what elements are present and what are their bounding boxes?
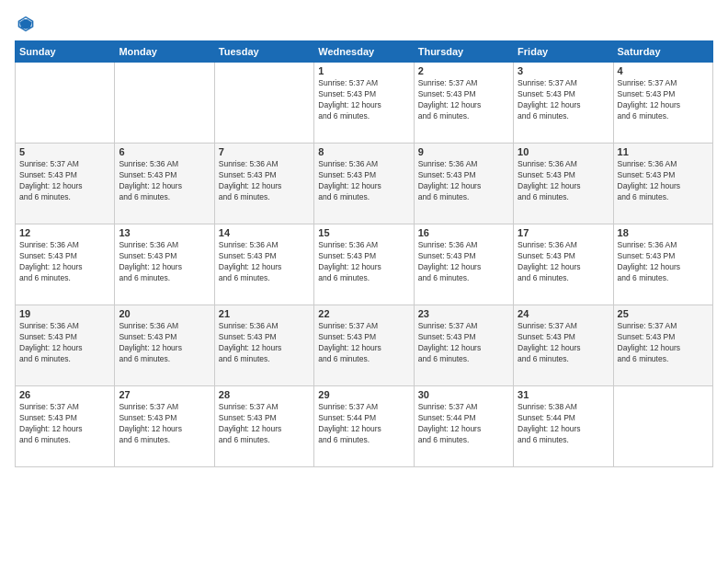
- calendar-cell: 20Sunrise: 5:36 AM Sunset: 5:43 PM Dayli…: [115, 305, 214, 386]
- weekday-thursday: Thursday: [414, 41, 513, 63]
- cell-content: Sunrise: 5:37 AM Sunset: 5:43 PM Dayligh…: [518, 78, 609, 122]
- day-number: 2: [418, 65, 509, 76]
- calendar-cell: [16, 63, 115, 144]
- day-number: 20: [119, 308, 210, 319]
- calendar-week-4: 19Sunrise: 5:36 AM Sunset: 5:43 PM Dayli…: [16, 305, 713, 386]
- cell-content: Sunrise: 5:37 AM Sunset: 5:44 PM Dayligh…: [318, 402, 409, 446]
- day-number: 19: [19, 308, 110, 319]
- day-number: 23: [418, 308, 509, 319]
- calendar-cell: 12Sunrise: 5:36 AM Sunset: 5:43 PM Dayli…: [16, 224, 115, 305]
- cell-content: Sunrise: 5:36 AM Sunset: 5:43 PM Dayligh…: [219, 321, 310, 365]
- weekday-monday: Monday: [115, 41, 214, 63]
- cell-content: Sunrise: 5:36 AM Sunset: 5:43 PM Dayligh…: [318, 240, 409, 284]
- calendar-cell: 24Sunrise: 5:37 AM Sunset: 5:43 PM Dayli…: [514, 305, 613, 386]
- cell-content: Sunrise: 5:36 AM Sunset: 5:43 PM Dayligh…: [418, 240, 509, 284]
- cell-content: Sunrise: 5:37 AM Sunset: 5:43 PM Dayligh…: [618, 78, 709, 122]
- day-number: 25: [618, 308, 709, 319]
- calendar-cell: 28Sunrise: 5:37 AM Sunset: 5:43 PM Dayli…: [214, 386, 313, 467]
- calendar-cell: 18Sunrise: 5:36 AM Sunset: 5:43 PM Dayli…: [613, 224, 712, 305]
- day-number: 15: [318, 227, 409, 238]
- day-number: 31: [518, 389, 609, 400]
- calendar-cell: 2Sunrise: 5:37 AM Sunset: 5:43 PM Daylig…: [414, 63, 513, 144]
- cell-content: Sunrise: 5:37 AM Sunset: 5:43 PM Dayligh…: [618, 321, 709, 365]
- calendar-cell: 16Sunrise: 5:36 AM Sunset: 5:43 PM Dayli…: [414, 224, 513, 305]
- cell-content: Sunrise: 5:36 AM Sunset: 5:43 PM Dayligh…: [119, 159, 210, 203]
- cell-content: Sunrise: 5:36 AM Sunset: 5:43 PM Dayligh…: [518, 240, 609, 284]
- calendar-cell: 8Sunrise: 5:36 AM Sunset: 5:43 PM Daylig…: [314, 144, 414, 224]
- cell-content: Sunrise: 5:37 AM Sunset: 5:43 PM Dayligh…: [19, 402, 110, 446]
- day-number: 28: [219, 389, 310, 400]
- logo-icon: [17, 15, 35, 33]
- calendar-cell: 19Sunrise: 5:36 AM Sunset: 5:43 PM Dayli…: [16, 305, 115, 386]
- calendar-week-5: 26Sunrise: 5:37 AM Sunset: 5:43 PM Dayli…: [16, 386, 713, 467]
- cell-content: Sunrise: 5:36 AM Sunset: 5:43 PM Dayligh…: [19, 321, 110, 365]
- cell-content: Sunrise: 5:38 AM Sunset: 5:44 PM Dayligh…: [518, 402, 609, 446]
- cell-content: Sunrise: 5:36 AM Sunset: 5:43 PM Dayligh…: [518, 159, 609, 203]
- calendar-cell: [115, 63, 214, 144]
- calendar-cell: 10Sunrise: 5:36 AM Sunset: 5:43 PM Dayli…: [514, 144, 613, 224]
- day-number: 10: [518, 146, 609, 157]
- cell-content: Sunrise: 5:37 AM Sunset: 5:43 PM Dayligh…: [318, 321, 409, 365]
- cell-content: Sunrise: 5:37 AM Sunset: 5:43 PM Dayligh…: [19, 159, 110, 203]
- calendar-cell: 26Sunrise: 5:37 AM Sunset: 5:43 PM Dayli…: [16, 386, 115, 467]
- day-number: 14: [219, 227, 310, 238]
- calendar-cell: 5Sunrise: 5:37 AM Sunset: 5:43 PM Daylig…: [16, 144, 115, 224]
- day-number: 7: [219, 146, 310, 157]
- calendar-cell: 27Sunrise: 5:37 AM Sunset: 5:43 PM Dayli…: [115, 386, 214, 467]
- calendar-cell: 1Sunrise: 5:37 AM Sunset: 5:43 PM Daylig…: [314, 63, 414, 144]
- day-number: 24: [518, 308, 609, 319]
- day-number: 9: [418, 146, 509, 157]
- day-number: 6: [119, 146, 210, 157]
- day-number: 12: [19, 227, 110, 238]
- day-number: 22: [318, 308, 409, 319]
- day-number: 18: [618, 227, 709, 238]
- cell-content: Sunrise: 5:36 AM Sunset: 5:43 PM Dayligh…: [19, 240, 110, 284]
- day-number: 17: [518, 227, 609, 238]
- day-number: 13: [119, 227, 210, 238]
- calendar-cell: 4Sunrise: 5:37 AM Sunset: 5:43 PM Daylig…: [613, 63, 712, 144]
- day-number: 4: [618, 65, 709, 76]
- calendar-cell: 31Sunrise: 5:38 AM Sunset: 5:44 PM Dayli…: [514, 386, 613, 467]
- calendar-cell: 17Sunrise: 5:36 AM Sunset: 5:43 PM Dayli…: [514, 224, 613, 305]
- calendar-week-1: 1Sunrise: 5:37 AM Sunset: 5:43 PM Daylig…: [16, 63, 713, 144]
- calendar-cell: 6Sunrise: 5:36 AM Sunset: 5:43 PM Daylig…: [115, 144, 214, 224]
- weekday-header-row: SundayMondayTuesdayWednesdayThursdayFrid…: [16, 41, 713, 63]
- logo: [15, 15, 35, 33]
- calendar-week-3: 12Sunrise: 5:36 AM Sunset: 5:43 PM Dayli…: [16, 224, 713, 305]
- cell-content: Sunrise: 5:36 AM Sunset: 5:43 PM Dayligh…: [618, 240, 709, 284]
- weekday-sunday: Sunday: [16, 41, 115, 63]
- cell-content: Sunrise: 5:37 AM Sunset: 5:43 PM Dayligh…: [318, 78, 409, 122]
- calendar-cell: 29Sunrise: 5:37 AM Sunset: 5:44 PM Dayli…: [314, 386, 414, 467]
- day-number: 27: [119, 389, 210, 400]
- calendar-cell: [613, 386, 712, 467]
- calendar-table: SundayMondayTuesdayWednesdayThursdayFrid…: [15, 40, 713, 467]
- day-number: 3: [518, 65, 609, 76]
- weekday-friday: Friday: [514, 41, 613, 63]
- day-number: 5: [19, 146, 110, 157]
- day-number: 11: [618, 146, 709, 157]
- cell-content: Sunrise: 5:36 AM Sunset: 5:43 PM Dayligh…: [418, 159, 509, 203]
- day-number: 16: [418, 227, 509, 238]
- cell-content: Sunrise: 5:36 AM Sunset: 5:43 PM Dayligh…: [618, 159, 709, 203]
- calendar-cell: 22Sunrise: 5:37 AM Sunset: 5:43 PM Dayli…: [314, 305, 414, 386]
- calendar-cell: 14Sunrise: 5:36 AM Sunset: 5:43 PM Dayli…: [214, 224, 313, 305]
- calendar-cell: 21Sunrise: 5:36 AM Sunset: 5:43 PM Dayli…: [214, 305, 313, 386]
- calendar-cell: 9Sunrise: 5:36 AM Sunset: 5:43 PM Daylig…: [414, 144, 513, 224]
- calendar-cell: [214, 63, 313, 144]
- calendar-cell: 11Sunrise: 5:36 AM Sunset: 5:43 PM Dayli…: [613, 144, 712, 224]
- calendar-cell: 7Sunrise: 5:36 AM Sunset: 5:43 PM Daylig…: [214, 144, 313, 224]
- calendar-cell: 15Sunrise: 5:36 AM Sunset: 5:43 PM Dayli…: [314, 224, 414, 305]
- calendar-page: SundayMondayTuesdayWednesdayThursdayFrid…: [0, 0, 728, 563]
- day-number: 1: [318, 65, 409, 76]
- day-number: 26: [19, 389, 110, 400]
- cell-content: Sunrise: 5:37 AM Sunset: 5:43 PM Dayligh…: [518, 321, 609, 365]
- day-number: 21: [219, 308, 310, 319]
- page-header: [15, 15, 713, 33]
- cell-content: Sunrise: 5:37 AM Sunset: 5:43 PM Dayligh…: [418, 321, 509, 365]
- weekday-saturday: Saturday: [613, 41, 712, 63]
- cell-content: Sunrise: 5:36 AM Sunset: 5:43 PM Dayligh…: [219, 240, 310, 284]
- cell-content: Sunrise: 5:36 AM Sunset: 5:43 PM Dayligh…: [119, 321, 210, 365]
- day-number: 8: [318, 146, 409, 157]
- calendar-cell: 23Sunrise: 5:37 AM Sunset: 5:43 PM Dayli…: [414, 305, 513, 386]
- cell-content: Sunrise: 5:37 AM Sunset: 5:43 PM Dayligh…: [418, 78, 509, 122]
